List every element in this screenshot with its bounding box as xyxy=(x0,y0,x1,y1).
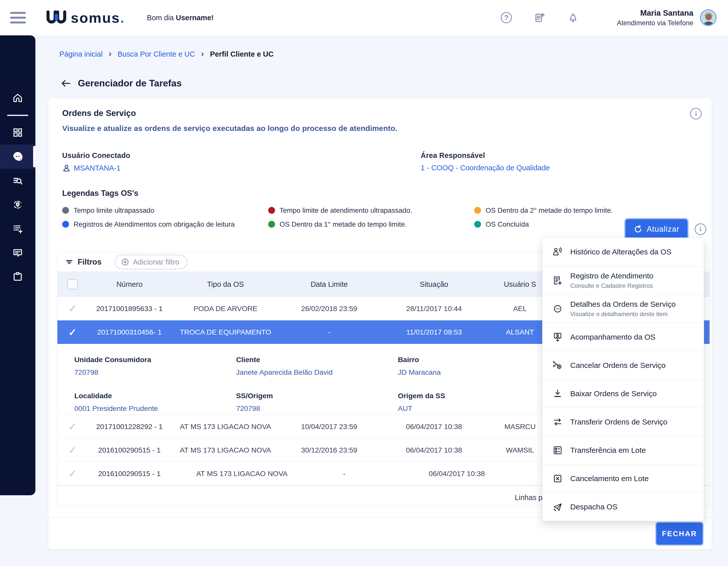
top-bar: somus. Bom dia Username! ? Maria Santana… xyxy=(0,0,728,35)
close-button[interactable]: FECHAR xyxy=(656,523,702,545)
check-icon[interactable]: ✓ xyxy=(68,421,77,432)
legend-dot-gray xyxy=(62,207,69,214)
sidebar-divider xyxy=(7,115,28,116)
sidebar-item-clipboard[interactable] xyxy=(0,265,35,288)
chevron-right-icon: › xyxy=(109,49,111,58)
bottom-action-bar: FECHAR xyxy=(48,517,712,550)
legend-item: Tempo limite ultrapassado xyxy=(62,207,268,215)
detail-value[interactable]: 720798 xyxy=(74,368,236,376)
user-block[interactable]: Maria Santana Atendimento via Telefone xyxy=(617,9,693,27)
check-icon[interactable]: ✓ xyxy=(68,326,77,338)
column-header-usuario[interactable]: Usuário S xyxy=(490,280,550,288)
person-icon xyxy=(62,164,71,172)
avatar[interactable] xyxy=(700,9,717,26)
sidebar-item-dashboard[interactable] xyxy=(0,121,35,144)
help-icon[interactable]: ? xyxy=(501,12,512,24)
card-info-icon[interactable]: i xyxy=(690,108,702,120)
menu-item-transferir[interactable]: Transferir Ordens de Serviço xyxy=(542,407,704,436)
menu-item-sublabel: Visualize o detalhamento deste item xyxy=(570,310,676,317)
logo-mark-icon xyxy=(45,10,67,26)
column-header-numero[interactable]: Número xyxy=(88,280,171,288)
sidebar-item-search-list[interactable] xyxy=(0,169,35,192)
card-title: Ordens de Serviço xyxy=(62,108,136,118)
legend-dot-teal xyxy=(474,221,481,228)
download-icon xyxy=(552,388,563,399)
new-note-icon[interactable] xyxy=(534,12,545,24)
monitor-person-icon xyxy=(552,331,563,343)
refresh-button[interactable]: Atualizar xyxy=(625,219,688,239)
page-content: Página inicial › Busca Por Cliente e UC … xyxy=(35,35,728,566)
geo-pin-icon xyxy=(12,199,23,210)
sidebar-item-messages[interactable] xyxy=(0,241,35,264)
card-subtitle: Visualize e atualize as ordens de serviç… xyxy=(62,124,397,133)
check-icon[interactable]: ✓ xyxy=(68,444,77,456)
notifications-bell-icon[interactable] xyxy=(567,12,579,24)
plus-circle-icon xyxy=(121,258,129,266)
menu-item-cancelar[interactable]: Cancelar Ordens de Serviço xyxy=(542,351,704,379)
detail-label: Cliente xyxy=(236,355,398,364)
dispatch-icon xyxy=(552,501,563,512)
sidebar-item-home[interactable] xyxy=(0,86,35,110)
select-all-checkbox[interactable] xyxy=(67,279,78,289)
sidebar-item-list-add[interactable] xyxy=(0,217,35,240)
column-header-situacao[interactable]: Situação xyxy=(378,280,490,288)
breadcrumb-busca[interactable]: Busca Por Cliente e UC xyxy=(118,50,195,58)
detail-value[interactable]: 720798 xyxy=(236,404,398,413)
connected-user-label: Usuário Conectado xyxy=(62,151,130,160)
connected-user-value[interactable]: MSANTANA-1 xyxy=(62,164,130,172)
legend-title: Legendas Tags OS's xyxy=(62,189,138,198)
menu-item-despacha[interactable]: Despacha OS xyxy=(542,492,704,521)
history-person-icon xyxy=(552,247,563,258)
back-arrow-icon[interactable] xyxy=(60,78,71,89)
legend-item: Tempo limite de atendimento ultrapassado… xyxy=(268,207,474,215)
detail-label: SS/Origem xyxy=(236,392,398,400)
check-icon[interactable]: ✓ xyxy=(68,468,77,479)
list-add-icon xyxy=(12,223,23,234)
legend: Tempo limite ultrapassado Tempo limite d… xyxy=(62,204,656,231)
batch-grid-icon xyxy=(552,445,563,456)
sidebar xyxy=(0,35,35,495)
page-title: Gerenciador de Tarefas xyxy=(78,78,182,89)
responsible-area-value[interactable]: 1 - COOQ - Coordenação de Qualidade xyxy=(421,164,550,172)
detail-value[interactable]: 0001 Presidente Prudente xyxy=(74,404,236,413)
check-icon[interactable]: ✓ xyxy=(68,303,77,314)
column-header-data[interactable]: Data Limite xyxy=(280,280,378,288)
breadcrumb: Página inicial › Busca Por Cliente e UC … xyxy=(59,49,274,59)
refresh-icon xyxy=(633,225,643,234)
menu-item-registro[interactable]: Registro de Atendimento Consulte e Cadas… xyxy=(542,266,704,294)
menu-item-sublabel: Consulte e Cadastre Registros xyxy=(570,282,653,289)
ellipsis-circle-icon xyxy=(552,303,563,314)
logo-text: somus xyxy=(71,10,120,26)
column-header-tipo[interactable]: Tipo da OS xyxy=(171,280,280,288)
document-add-icon xyxy=(552,275,563,286)
actions-dropdown-menu: Histórico de Alterações da OS Registro d… xyxy=(542,238,704,521)
add-filter-button[interactable]: Adicionar filtro xyxy=(115,255,188,270)
breadcrumb-home[interactable]: Página inicial xyxy=(59,50,103,58)
legend-dot-red xyxy=(268,207,275,214)
filter-icon xyxy=(65,258,74,266)
x-square-icon xyxy=(552,473,563,484)
filters-title: Filtros xyxy=(65,258,102,267)
chevron-right-icon: › xyxy=(201,49,204,58)
search-list-icon xyxy=(12,175,23,186)
menu-item-cancelamento-lote[interactable]: Cancelamento em Lote xyxy=(542,464,704,492)
menu-item-baixar[interactable]: Baixar Ordens de Serviço xyxy=(542,379,704,407)
detail-label: Localidade xyxy=(74,392,236,400)
somus-logo: somus. xyxy=(45,10,124,26)
refresh-info-icon[interactable]: i xyxy=(695,223,706,235)
message-card-icon xyxy=(12,247,23,258)
menu-item-acompanhamento[interactable]: Acompanhamento da OS xyxy=(542,323,704,351)
menu-item-detalhes[interactable]: Detalhes da Ordens de Serviço Visualize … xyxy=(542,294,704,323)
sidebar-item-geolocation[interactable] xyxy=(0,193,35,216)
menu-item-historico[interactable]: Histórico de Alterações da OS xyxy=(542,238,704,266)
legend-item: OS Dentro da 1° metade do tempo limite. xyxy=(268,220,474,229)
hamburger-menu-icon[interactable] xyxy=(10,12,26,24)
menu-item-transferencia-lote[interactable]: Transferência em Lote xyxy=(542,436,704,464)
user-name: Maria Santana xyxy=(617,9,693,18)
dashboard-grid-icon xyxy=(12,127,23,138)
user-role: Atendimento via Telefone xyxy=(617,19,693,27)
breadcrumb-current: Perfil Cliente e UC xyxy=(210,50,274,58)
sidebar-item-atendimento[interactable] xyxy=(0,145,35,169)
legend-item: OS Dentro da 2° metade do tempo limite. xyxy=(474,207,656,215)
detail-value[interactable]: Janete Aparecida Belão David xyxy=(236,368,398,376)
